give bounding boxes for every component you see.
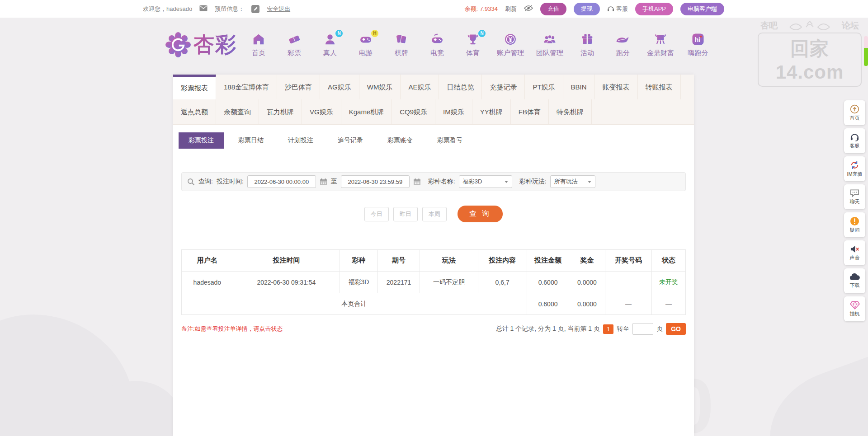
site-logo[interactable]: 杏彩 <box>165 31 237 59</box>
sidebar-customer-service[interactable]: 客服 <box>844 128 865 153</box>
tab-wali-chess[interactable]: 瓦力棋牌 <box>259 99 302 124</box>
nav-item-board-games[interactable]: 棋牌 <box>390 33 413 57</box>
nav-item-account-management[interactable]: 账户管理 <box>497 33 524 57</box>
lottery-subtabs: 彩票投注 彩票日结 计划投注 追号记录 彩票账变 彩票盈亏 <box>179 132 694 149</box>
this-week-button[interactable]: 本周 <box>422 207 447 221</box>
search-button[interactable]: 查 询 <box>458 206 503 222</box>
balance-value: 7.9334 <box>480 5 498 12</box>
tab-bbin[interactable]: BBIN <box>563 75 595 99</box>
tab-daily-summary[interactable]: 日结总览 <box>439 75 482 99</box>
status-link[interactable]: 未开奖 <box>659 278 678 286</box>
sidebar-chat[interactable]: 聊天 <box>844 184 865 209</box>
nav-item-paofen[interactable]: 跑分 <box>611 33 635 57</box>
tab-saba-sports[interactable]: 沙巴体育 <box>277 75 320 99</box>
tab-deposit-withdraw-record[interactable]: 充提记录 <box>482 75 525 99</box>
tab-transfer-report[interactable]: 转账报表 <box>638 75 681 99</box>
tab-balance-query[interactable]: 余额查询 <box>216 99 259 124</box>
bet-time-label: 投注时间: <box>217 178 244 186</box>
nav-item-team-management[interactable]: 团队管理 <box>536 33 563 57</box>
svg-text:hi: hi <box>695 36 700 43</box>
scroll-indicator[interactable] <box>864 36 868 66</box>
col-issue: 期号 <box>377 250 420 272</box>
sidebar-hangup[interactable]: 挂机 <box>844 296 865 321</box>
tab-rebate-total[interactable]: 返点总额 <box>173 99 216 124</box>
cell-username: hadesado <box>182 272 233 293</box>
yesterday-button[interactable]: 昨日 <box>393 207 418 221</box>
tab-fb-sports[interactable]: FB体育 <box>511 99 549 124</box>
withdraw-button[interactable]: 提现 <box>574 3 600 15</box>
nav-item-jinding-wealth[interactable]: 金鼎财富 <box>647 33 674 57</box>
footer-note: 备注:如需查看投注单详情，请点击状态 <box>181 325 283 333</box>
subtab-lottery-daily[interactable]: 彩票日结 <box>228 132 274 149</box>
mobile-app-button[interactable]: 手机APP <box>635 3 673 15</box>
query-bar: 查询: 投注时间: 至 彩种名称: 福彩3D 彩种玩法: 所有玩法 <box>181 172 686 191</box>
date-from-input[interactable] <box>247 175 316 188</box>
logo-flower-icon <box>165 32 191 57</box>
date-to-input[interactable] <box>341 175 410 188</box>
col-draw-number: 开奖号码 <box>605 250 652 272</box>
report-tabs-row1: 彩票报表 188金宝博体育 沙巴体育 AG娱乐 WM娱乐 AE娱乐 日结总览 充… <box>173 75 694 99</box>
col-play: 玩法 <box>420 250 478 272</box>
nav-item-lottery[interactable]: 彩票 <box>283 33 306 57</box>
tab-188-sports[interactable]: 188金宝博体育 <box>216 75 277 99</box>
tab-kgame[interactable]: Kgame棋牌 <box>341 99 392 124</box>
nav-item-home[interactable]: 首页 <box>247 33 270 57</box>
tab-account-change-report[interactable]: 账变报表 <box>595 75 638 99</box>
sidebar-download[interactable]: 下载 <box>844 268 865 293</box>
nav-item-sports[interactable]: N 体育 <box>461 33 485 57</box>
current-page-badge[interactable]: 1 <box>603 324 613 334</box>
tab-temian-chess[interactable]: 特免棋牌 <box>549 99 592 124</box>
nav-item-activity[interactable]: 活动 <box>576 33 599 57</box>
subtab-lottery-account-change[interactable]: 彩票账变 <box>377 132 423 149</box>
nav-item-live-casino[interactable]: N 真人 <box>318 33 342 57</box>
tab-cq9[interactable]: CQ9娱乐 <box>392 99 435 124</box>
team-icon <box>536 33 563 48</box>
cell-bet-amount: 0.6000 <box>527 272 569 293</box>
edit-pencil-icon[interactable] <box>251 5 259 13</box>
tab-pt[interactable]: PT娱乐 <box>525 75 563 99</box>
tab-ag[interactable]: AG娱乐 <box>320 75 359 99</box>
refresh-link[interactable]: 刷新 <box>505 5 517 13</box>
subtab-chase-record[interactable]: 追号记录 <box>328 132 373 149</box>
main-nav: 首页 彩票 N 真人 H 电游 棋牌 电竞 <box>247 33 710 57</box>
sidebar-sound[interactable]: 声音 <box>844 240 865 265</box>
mail-icon[interactable] <box>199 5 208 13</box>
nav-item-hi-paofen[interactable]: hi 嗨跑分 <box>686 33 710 57</box>
total-prize: 0.0000 <box>569 293 605 315</box>
dropdown-arrow-icon <box>588 181 591 183</box>
report-tabs-row2: 返点总额 余额查询 瓦力棋牌 VG娱乐 Kgame棋牌 CQ9娱乐 IM娱乐 Y… <box>173 99 694 124</box>
calendar-icon[interactable] <box>320 178 327 186</box>
go-button[interactable]: GO <box>666 323 686 335</box>
floating-sidebar: 首页 客服 IM充值 聊天 疑问 声音 下载 挂机 <box>844 100 865 321</box>
lottery-name-select[interactable]: 福彩3D <box>459 175 512 188</box>
nav-item-esports[interactable]: 电竞 <box>425 33 449 57</box>
customer-service-link[interactable]: 客服 <box>607 5 628 13</box>
tab-ae[interactable]: AE娱乐 <box>401 75 439 99</box>
gift-icon <box>576 33 599 48</box>
calendar-icon[interactable] <box>413 178 421 186</box>
recharge-button[interactable]: 充值 <box>540 3 566 15</box>
logout-link[interactable]: 安全退出 <box>267 5 290 13</box>
sidebar-im-recharge[interactable]: IM充值 <box>844 156 865 181</box>
nav-item-egames[interactable]: H 电游 <box>354 33 377 57</box>
query-label: 查询: <box>198 178 213 186</box>
table-header-row: 用户名 投注时间 彩种 期号 玩法 投注内容 投注金额 奖金 开奖号码 状态 <box>182 250 686 272</box>
tab-wm[interactable]: WM娱乐 <box>359 75 401 99</box>
subtab-lottery-bets[interactable]: 彩票投注 <box>179 132 224 149</box>
subtab-plan-bets[interactable]: 计划投注 <box>278 132 323 149</box>
sidebar-home[interactable]: 首页 <box>844 100 865 125</box>
tab-lottery-report[interactable]: 彩票报表 <box>173 75 216 99</box>
today-button[interactable]: 今日 <box>364 207 389 221</box>
tab-yy-chess[interactable]: YY棋牌 <box>472 99 511 124</box>
cell-draw-number <box>605 272 652 293</box>
tab-vg[interactable]: VG娱乐 <box>302 99 341 124</box>
goto-page-input[interactable] <box>632 323 653 335</box>
table-row: hadesado 2022-06-30 09:31:54 福彩3D 202217… <box>182 272 686 293</box>
subtab-lottery-profit-loss[interactable]: 彩票盈亏 <box>427 132 472 149</box>
tab-im[interactable]: IM娱乐 <box>435 99 472 124</box>
exclamation-circle-icon <box>850 216 859 226</box>
pc-client-button[interactable]: 电脑客户端 <box>680 3 724 15</box>
play-type-select[interactable]: 所有玩法 <box>550 175 595 188</box>
eye-off-icon[interactable] <box>524 5 533 13</box>
sidebar-question[interactable]: 疑问 <box>844 212 865 237</box>
